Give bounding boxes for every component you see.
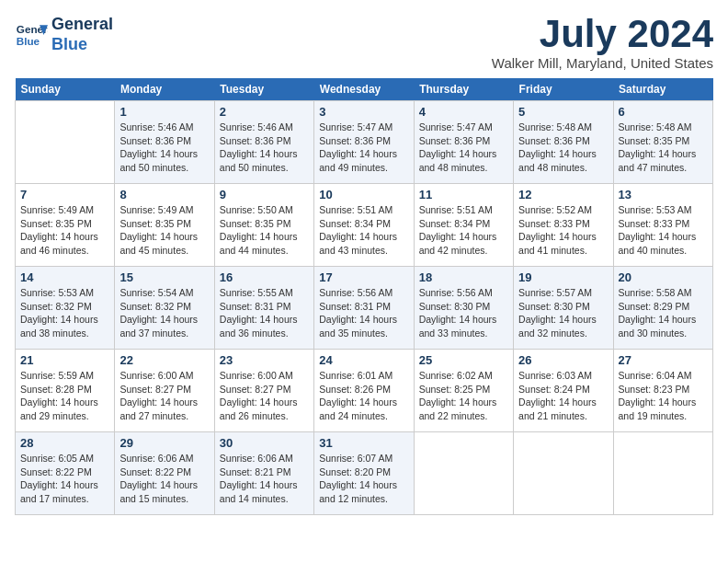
day-number: 22 [119, 353, 209, 367]
day-cell: 23Sunrise: 6:00 AM Sunset: 8:27 PM Dayli… [214, 350, 313, 432]
day-number: 15 [119, 270, 209, 284]
day-cell: 20Sunrise: 5:58 AM Sunset: 8:29 PM Dayli… [613, 267, 712, 350]
day-cell: 17Sunrise: 5:56 AM Sunset: 8:31 PM Dayli… [314, 267, 414, 350]
day-cell: 4Sunrise: 5:47 AM Sunset: 8:36 PM Daylig… [414, 101, 513, 184]
day-info: Sunrise: 5:48 AM Sunset: 8:35 PM Dayligh… [619, 121, 708, 175]
day-number: 12 [518, 188, 608, 201]
location: Walker Mill, Maryland, United States [492, 55, 713, 71]
day-info: Sunrise: 5:59 AM Sunset: 8:28 PM Dayligh… [20, 369, 109, 423]
day-info: Sunrise: 6:07 AM Sunset: 8:20 PM Dayligh… [319, 452, 408, 506]
day-info: Sunrise: 5:55 AM Sunset: 8:31 PM Dayligh… [220, 286, 309, 340]
day-cell: 8Sunrise: 5:49 AM Sunset: 8:35 PM Daylig… [115, 184, 214, 267]
day-info: Sunrise: 5:46 AM Sunset: 8:36 PM Dayligh… [119, 121, 209, 175]
day-number: 23 [220, 353, 309, 367]
day-number: 16 [220, 270, 309, 284]
day-info: Sunrise: 5:53 AM Sunset: 8:33 PM Dayligh… [619, 203, 708, 258]
day-number: 26 [518, 353, 608, 367]
day-number: 4 [419, 105, 508, 119]
week-row-2: 7Sunrise: 5:49 AM Sunset: 8:35 PM Daylig… [16, 184, 713, 267]
day-info: Sunrise: 5:56 AM Sunset: 8:31 PM Dayligh… [319, 286, 408, 340]
week-row-5: 28Sunrise: 6:05 AM Sunset: 8:22 PM Dayli… [16, 432, 713, 515]
month-title: July 2024 [492, 15, 713, 53]
svg-text:Blue: Blue [17, 34, 40, 46]
day-cell: 2Sunrise: 5:46 AM Sunset: 8:36 PM Daylig… [214, 101, 313, 184]
day-cell: 14Sunrise: 5:53 AM Sunset: 8:32 PM Dayli… [16, 267, 115, 350]
day-info: Sunrise: 6:02 AM Sunset: 8:25 PM Dayligh… [419, 369, 508, 423]
day-info: Sunrise: 5:56 AM Sunset: 8:30 PM Dayligh… [419, 286, 508, 340]
day-cell: 7Sunrise: 5:49 AM Sunset: 8:35 PM Daylig… [16, 184, 115, 267]
day-number: 28 [20, 436, 109, 450]
day-info: Sunrise: 6:00 AM Sunset: 8:27 PM Dayligh… [220, 369, 309, 423]
logo-icon: General Blue [15, 18, 48, 52]
day-number: 29 [119, 436, 209, 450]
day-cell: 21Sunrise: 5:59 AM Sunset: 8:28 PM Dayli… [16, 350, 115, 432]
day-info: Sunrise: 5:49 AM Sunset: 8:35 PM Dayligh… [20, 203, 109, 258]
day-number: 17 [319, 270, 408, 284]
day-cell: 24Sunrise: 6:01 AM Sunset: 8:26 PM Dayli… [314, 350, 414, 432]
day-cell [613, 432, 712, 515]
day-info: Sunrise: 6:03 AM Sunset: 8:24 PM Dayligh… [518, 369, 608, 423]
day-cell: 25Sunrise: 6:02 AM Sunset: 8:25 PM Dayli… [414, 350, 513, 432]
day-info: Sunrise: 5:58 AM Sunset: 8:29 PM Dayligh… [619, 286, 708, 340]
day-number: 24 [319, 353, 408, 367]
day-number: 19 [518, 270, 608, 284]
day-number: 2 [220, 105, 309, 119]
day-number: 31 [319, 436, 408, 450]
day-info: Sunrise: 5:57 AM Sunset: 8:30 PM Dayligh… [518, 286, 608, 340]
week-row-4: 21Sunrise: 5:59 AM Sunset: 8:28 PM Dayli… [16, 350, 713, 432]
day-cell: 11Sunrise: 5:51 AM Sunset: 8:34 PM Dayli… [414, 184, 513, 267]
day-number: 1 [119, 105, 209, 119]
day-cell: 5Sunrise: 5:48 AM Sunset: 8:36 PM Daylig… [514, 101, 613, 184]
day-number: 18 [419, 270, 508, 284]
day-info: Sunrise: 5:51 AM Sunset: 8:34 PM Dayligh… [419, 203, 508, 258]
day-info: Sunrise: 6:05 AM Sunset: 8:22 PM Dayligh… [20, 452, 109, 506]
weekday-friday: Friday [514, 78, 613, 101]
day-cell [16, 101, 115, 184]
calendar-body: 1Sunrise: 5:46 AM Sunset: 8:36 PM Daylig… [16, 101, 713, 515]
weekday-sunday: Sunday [16, 78, 115, 101]
day-cell: 6Sunrise: 5:48 AM Sunset: 8:35 PM Daylig… [613, 101, 712, 184]
weekday-thursday: Thursday [414, 78, 513, 101]
weekday-wednesday: Wednesday [314, 78, 414, 101]
day-info: Sunrise: 6:01 AM Sunset: 8:26 PM Dayligh… [319, 369, 408, 423]
day-info: Sunrise: 5:50 AM Sunset: 8:35 PM Dayligh… [220, 203, 309, 258]
logo-text: General Blue [51, 15, 113, 54]
day-cell: 26Sunrise: 6:03 AM Sunset: 8:24 PM Dayli… [514, 350, 613, 432]
week-row-1: 1Sunrise: 5:46 AM Sunset: 8:36 PM Daylig… [16, 101, 713, 184]
day-cell [514, 432, 613, 515]
day-number: 8 [119, 188, 209, 201]
day-cell: 3Sunrise: 5:47 AM Sunset: 8:36 PM Daylig… [314, 101, 414, 184]
day-cell: 18Sunrise: 5:56 AM Sunset: 8:30 PM Dayli… [414, 267, 513, 350]
day-cell: 9Sunrise: 5:50 AM Sunset: 8:35 PM Daylig… [214, 184, 313, 267]
day-number: 14 [20, 270, 109, 284]
day-cell: 28Sunrise: 6:05 AM Sunset: 8:22 PM Dayli… [16, 432, 115, 515]
day-cell: 29Sunrise: 6:06 AM Sunset: 8:22 PM Dayli… [115, 432, 214, 515]
day-info: Sunrise: 5:53 AM Sunset: 8:32 PM Dayligh… [20, 286, 109, 340]
day-number: 13 [619, 188, 708, 201]
day-info: Sunrise: 5:49 AM Sunset: 8:35 PM Dayligh… [119, 203, 209, 258]
day-cell: 13Sunrise: 5:53 AM Sunset: 8:33 PM Dayli… [613, 184, 712, 267]
day-number: 20 [619, 270, 708, 284]
day-number: 30 [220, 436, 309, 450]
calendar-table: SundayMondayTuesdayWednesdayThursdayFrid… [15, 78, 713, 515]
day-info: Sunrise: 5:47 AM Sunset: 8:36 PM Dayligh… [419, 121, 508, 175]
day-number: 9 [220, 188, 309, 201]
day-cell: 31Sunrise: 6:07 AM Sunset: 8:20 PM Dayli… [314, 432, 414, 515]
weekday-header-row: SundayMondayTuesdayWednesdayThursdayFrid… [16, 78, 713, 101]
day-number: 21 [20, 353, 109, 367]
day-number: 5 [518, 105, 608, 119]
day-cell: 30Sunrise: 6:06 AM Sunset: 8:21 PM Dayli… [214, 432, 313, 515]
day-cell: 22Sunrise: 6:00 AM Sunset: 8:27 PM Dayli… [115, 350, 214, 432]
day-info: Sunrise: 5:54 AM Sunset: 8:32 PM Dayligh… [119, 286, 209, 340]
day-cell [414, 432, 513, 515]
day-info: Sunrise: 6:06 AM Sunset: 8:22 PM Dayligh… [119, 452, 209, 506]
day-number: 10 [319, 188, 408, 201]
day-number: 27 [619, 353, 708, 367]
title-block: July 2024 Walker Mill, Maryland, United … [492, 15, 713, 71]
day-cell: 10Sunrise: 5:51 AM Sunset: 8:34 PM Dayli… [314, 184, 414, 267]
day-cell: 12Sunrise: 5:52 AM Sunset: 8:33 PM Dayli… [514, 184, 613, 267]
day-cell: 19Sunrise: 5:57 AM Sunset: 8:30 PM Dayli… [514, 267, 613, 350]
day-number: 6 [619, 105, 708, 119]
day-info: Sunrise: 5:46 AM Sunset: 8:36 PM Dayligh… [220, 121, 309, 175]
day-info: Sunrise: 6:00 AM Sunset: 8:27 PM Dayligh… [119, 369, 209, 423]
